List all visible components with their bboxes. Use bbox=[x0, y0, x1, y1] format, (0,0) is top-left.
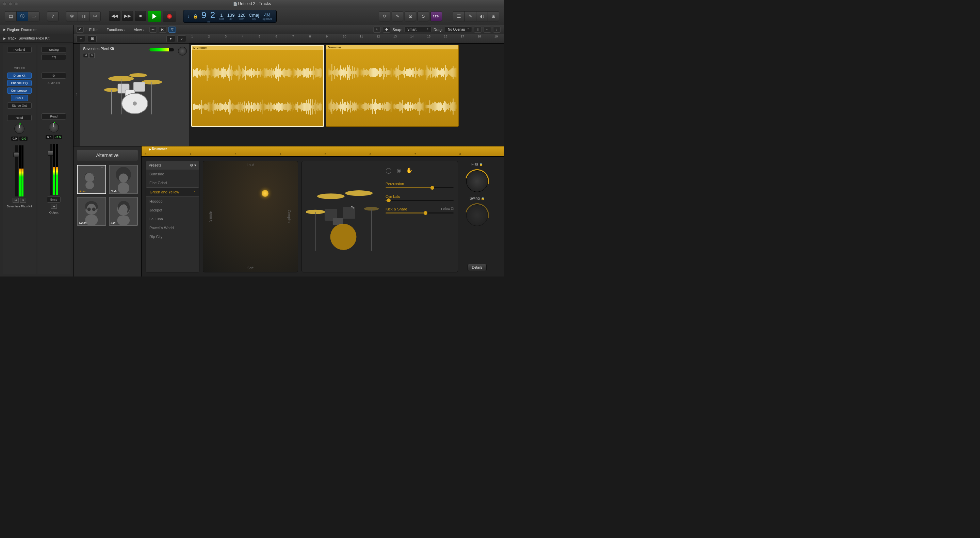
solo-button[interactable]: S bbox=[20, 198, 26, 203]
volume-fader[interactable] bbox=[50, 144, 52, 195]
instrument-slot[interactable]: Drum Kit bbox=[7, 72, 32, 79]
track-pan-knob[interactable] bbox=[178, 47, 187, 56]
automation-mode[interactable]: Read bbox=[41, 113, 66, 120]
functions-menu[interactable]: Functions bbox=[103, 27, 128, 33]
preset-item[interactable]: Powell's World bbox=[146, 224, 199, 232]
catch-icon[interactable]: ▽ bbox=[169, 27, 176, 33]
track-solo-button[interactable]: S bbox=[89, 53, 95, 58]
drummer-avatar[interactable]: Zak bbox=[109, 197, 138, 226]
record-button[interactable] bbox=[163, 11, 176, 22]
add-track-button[interactable]: ＋ bbox=[76, 35, 85, 42]
mute-button[interactable]: M bbox=[51, 204, 57, 209]
fills-knob[interactable] bbox=[466, 170, 488, 192]
kit-visual[interactable]: ↖ bbox=[306, 165, 381, 268]
pointer-tool-icon[interactable]: ↖ bbox=[373, 27, 381, 33]
quick-help-button[interactable]: ? bbox=[47, 11, 59, 21]
drag-select[interactable]: No Overlap bbox=[445, 27, 472, 32]
zoom-horiz-icon[interactable]: ↔ bbox=[484, 27, 491, 33]
preset-item[interactable]: Green and Yellow bbox=[146, 187, 199, 197]
kick-snare-slider[interactable] bbox=[385, 212, 453, 214]
track-inspector-header[interactable]: ▶Track: Seventies Plexi Kit bbox=[0, 34, 73, 43]
forward-button[interactable]: ▶▶ bbox=[122, 11, 134, 21]
inspector-button[interactable]: ⓘ bbox=[16, 11, 28, 21]
close-window-icon[interactable] bbox=[3, 2, 6, 6]
edit-menu[interactable]: Edit bbox=[86, 27, 101, 33]
preset-item[interactable]: Burnside bbox=[146, 169, 199, 179]
drummer-avatar[interactable]: Aidan bbox=[77, 165, 106, 194]
solo-mode-button[interactable]: S bbox=[417, 11, 429, 21]
setting-slot[interactable]: Portland bbox=[7, 47, 32, 53]
setting-slot[interactable]: Setting bbox=[41, 47, 66, 53]
details-button[interactable]: Details bbox=[468, 264, 487, 271]
list-editors-button[interactable]: ☰ bbox=[453, 11, 465, 21]
swing-knob[interactable] bbox=[466, 204, 488, 226]
genre-header[interactable]: Alternative bbox=[77, 150, 138, 161]
count-in-button[interactable]: 1234 bbox=[430, 11, 442, 21]
lock-icon[interactable]: 🔒 bbox=[479, 163, 483, 166]
tambourine-icon[interactable]: ◯ bbox=[385, 167, 392, 174]
track-row[interactable]: 1 Seventies Plexi Kit M S bbox=[73, 43, 189, 146]
flex-icon[interactable]: ⋈ bbox=[159, 27, 166, 33]
stereo-slot[interactable]: ⊙ bbox=[41, 72, 66, 79]
regions-lane[interactable]: Drummer Drummer bbox=[189, 43, 504, 146]
loops-button[interactable]: ◐ bbox=[476, 11, 488, 21]
output-slot[interactable]: Stereo Out bbox=[7, 102, 32, 109]
pencil-tool-icon[interactable]: ✚ bbox=[383, 27, 390, 33]
zoom-window-icon[interactable] bbox=[14, 2, 18, 6]
automation-icon[interactable]: 〰 bbox=[150, 27, 157, 33]
snap-select[interactable]: Smart bbox=[404, 27, 431, 32]
tracks-area[interactable]: 12345678910111213141516171819 Drummer Dr… bbox=[189, 34, 504, 146]
waveform-zoom-icon[interactable]: ⫴ bbox=[474, 27, 482, 33]
cymbals-slider[interactable] bbox=[385, 200, 453, 201]
back-arrow-icon[interactable]: ↶ bbox=[76, 27, 84, 33]
xy-puck[interactable] bbox=[262, 190, 269, 197]
duplicate-track-button[interactable]: ⊞ bbox=[88, 35, 97, 42]
drummer-avatar[interactable]: Nikki bbox=[109, 165, 138, 194]
drummer-avatar[interactable]: Gavin bbox=[77, 197, 106, 226]
region[interactable]: Drummer bbox=[326, 45, 459, 127]
eq-slot[interactable]: EQ bbox=[41, 54, 66, 60]
editor-ruler[interactable]: Drummer 12345678 bbox=[142, 147, 504, 156]
region[interactable]: Drummer bbox=[191, 45, 324, 127]
lock-icon[interactable]: 🔒 bbox=[481, 197, 485, 200]
minimize-window-icon[interactable] bbox=[8, 2, 12, 6]
audio-fx-slot-1[interactable]: Channel EQ bbox=[7, 80, 32, 86]
replace-button[interactable]: ✎ bbox=[392, 11, 403, 21]
track-mute-button[interactable]: M bbox=[83, 53, 89, 58]
view-menu[interactable]: View bbox=[130, 27, 147, 33]
preset-item[interactable]: Rip City bbox=[146, 232, 199, 241]
pan-knob[interactable] bbox=[14, 124, 24, 134]
stop-button[interactable]: ■ bbox=[135, 11, 146, 21]
smart-controls-button[interactable]: ✻ bbox=[66, 11, 78, 21]
timeline-ruler[interactable]: 12345678910111213141516171819 bbox=[189, 34, 504, 43]
pan-knob[interactable] bbox=[49, 122, 59, 133]
global-tracks-button[interactable]: ▾ bbox=[166, 35, 175, 42]
mute-button[interactable]: M bbox=[13, 198, 19, 203]
browser-button[interactable]: ⊞ bbox=[488, 11, 499, 21]
rewind-button[interactable]: ◀◀ bbox=[109, 11, 121, 21]
volume-fader[interactable] bbox=[15, 145, 18, 196]
low-latency-button[interactable]: ⊠ bbox=[404, 11, 416, 21]
percussion-slider[interactable] bbox=[385, 187, 453, 188]
track-filter-button[interactable]: ▿ bbox=[177, 35, 186, 42]
play-button[interactable] bbox=[148, 11, 161, 22]
preset-item[interactable]: La Luna bbox=[146, 214, 199, 224]
preset-item[interactable]: Jackpot bbox=[146, 206, 199, 214]
toolbar-toggle-button[interactable]: ▭ bbox=[28, 11, 40, 21]
library-button[interactable]: ▤ bbox=[5, 11, 16, 21]
editors-button[interactable]: ✂ bbox=[89, 11, 101, 21]
cycle-button[interactable]: ⟳ bbox=[379, 11, 390, 21]
lcd-display[interactable]: ♪ 🔒 9 2bar 1beat 139div 120bpm Cmajkey 4… bbox=[183, 10, 277, 23]
xy-pad[interactable]: Loud Soft Simple Complex bbox=[203, 161, 298, 272]
track-header-cell[interactable]: Seventies Plexi Kit M S bbox=[80, 43, 189, 146]
bounce-button[interactable]: Bnce bbox=[47, 196, 60, 203]
region-inspector-header[interactable]: ▶Region: Drummer bbox=[0, 25, 73, 34]
presets-gear-icon[interactable]: ⚙ ▾ bbox=[190, 163, 196, 168]
clap-icon[interactable]: ✋ bbox=[406, 167, 413, 174]
automation-mode[interactable]: Read bbox=[7, 115, 32, 121]
shaker-icon[interactable]: ◉ bbox=[396, 167, 401, 174]
audio-fx-slot-2[interactable]: Compressor bbox=[7, 88, 32, 94]
preset-item[interactable]: Hoodoo bbox=[146, 197, 199, 206]
zoom-vert-icon[interactable]: ↕ bbox=[493, 27, 501, 33]
mixer-button[interactable]: ⫿⫿ bbox=[78, 11, 89, 21]
